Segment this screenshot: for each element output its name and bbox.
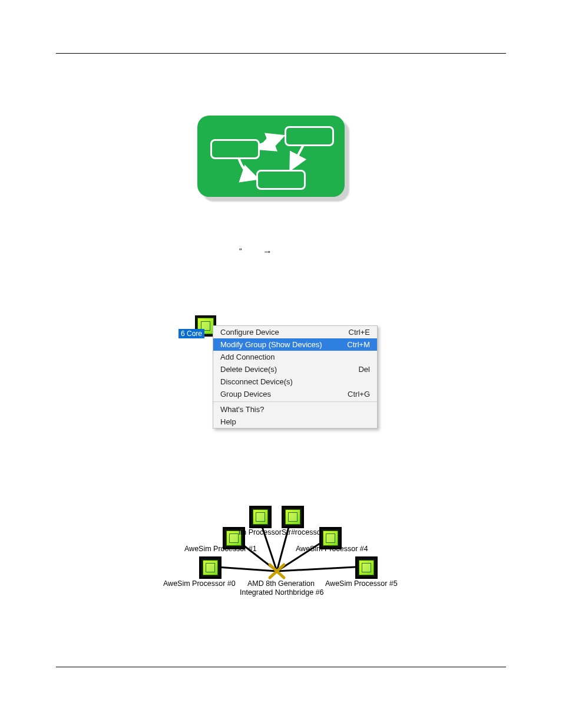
menu-item-configure[interactable]: Configure Device Ctrl+E <box>213 326 377 338</box>
menu-label: Help <box>220 417 236 426</box>
label-processor-overlap: im ProcessorStr#rocesso <box>239 528 321 536</box>
menu-label: Delete Device(s) <box>220 365 277 374</box>
label-processor-0: AweSim Processor #0 <box>163 579 236 588</box>
chip-icon <box>355 556 378 579</box>
menu-item-modify-group[interactable]: Modify Group (Show Devices) Ctrl+M <box>213 338 377 351</box>
menu-item-whats-this[interactable]: What's This? <box>213 403 377 416</box>
menu-label: Configure Device <box>220 328 279 337</box>
chip-icon <box>199 556 222 579</box>
label-northbridge-line1: AMD 8th Generation <box>247 579 315 588</box>
menu-item-help[interactable]: Help <box>213 416 377 428</box>
label-processor-5: AweSim Processor #5 <box>325 579 398 588</box>
chip-icon <box>249 506 272 528</box>
menu-item-disconnect[interactable]: Disconnect Device(s) <box>213 375 377 388</box>
menu-shortcut: Ctrl+M <box>347 340 370 349</box>
menu-item-group-devices[interactable]: Group Devices Ctrl+G <box>213 388 377 400</box>
svg-line-8 <box>277 566 365 571</box>
figure-processor-diagram: AweSim Processor #0 AweSim Processor #1 … <box>165 493 401 605</box>
page: “ → 6 Core Configure Device Ctrl+E Modif… <box>0 0 562 728</box>
figure-hierarchy-icon <box>197 116 352 203</box>
label-northbridge-line2: Integrated Northbridge #6 <box>240 588 323 597</box>
menu-item-add-connection[interactable]: Add Connection <box>213 351 377 363</box>
menu-item-delete[interactable]: Delete Device(s) Del <box>213 363 377 375</box>
stray-quote: “ <box>239 246 242 256</box>
menu-label: What's This? <box>220 405 265 414</box>
context-menu: Configure Device Ctrl+E Modify Group (Sh… <box>213 325 378 429</box>
label-processor-1: AweSim Processor #1 <box>184 545 257 553</box>
menu-shortcut: Del <box>358 365 370 374</box>
menu-label: Group Devices <box>220 390 271 398</box>
bottom-rule <box>56 667 506 667</box>
menu-label: Disconnect Device(s) <box>220 377 293 386</box>
menu-label: Add Connection <box>220 353 275 361</box>
menu-label: Modify Group (Show Devices) <box>220 340 322 349</box>
stray-arrow: → <box>263 246 272 257</box>
top-rule <box>56 53 506 54</box>
menu-shortcut: Ctrl+E <box>349 328 370 337</box>
label-processor-4: AweSim Processor #4 <box>296 545 368 553</box>
menu-shortcut: Ctrl+G <box>348 390 370 398</box>
menu-separator <box>213 401 377 402</box>
group-label-selected: 6 Core <box>178 329 204 338</box>
chip-icon <box>282 506 304 528</box>
svg-line-2 <box>292 145 303 167</box>
